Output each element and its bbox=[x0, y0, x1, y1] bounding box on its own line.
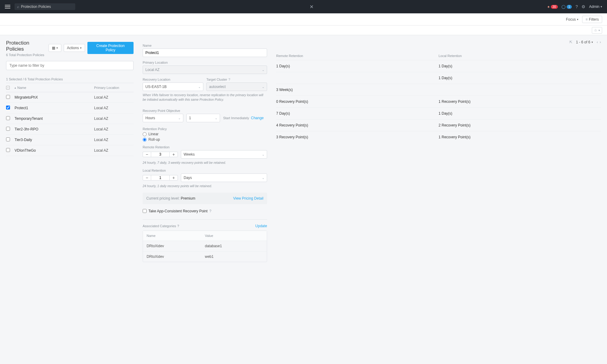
create-policy-button[interactable]: Create Protection Policy bbox=[87, 42, 134, 54]
user-name: Admin bbox=[589, 5, 599, 9]
remote-retention-cell: 4 Recovery Point(s) bbox=[276, 123, 439, 127]
view-pricing-link[interactable]: View Pricing Detail bbox=[233, 196, 263, 201]
rpo-value-select[interactable]: 1⌄ bbox=[186, 114, 220, 122]
increment-button[interactable]: + bbox=[169, 152, 178, 157]
table-row[interactable]: Tier3-DailyLocal AZ bbox=[6, 135, 134, 145]
name-input[interactable] bbox=[143, 49, 267, 57]
help-icon[interactable]: ? bbox=[575, 4, 578, 9]
help-icon[interactable]: ? bbox=[177, 224, 179, 228]
row-checkbox[interactable] bbox=[6, 106, 10, 110]
export-icon[interactable]: ⇱ bbox=[569, 40, 572, 44]
sub-bar: Focus ▾ ≡ Filters bbox=[0, 13, 607, 25]
next-page-button[interactable]: › bbox=[600, 40, 601, 44]
local-retention-cell: 1 Day(s) bbox=[439, 76, 601, 80]
rollup-radio[interactable]: Roll-up bbox=[143, 137, 267, 142]
filter-input[interactable] bbox=[6, 61, 134, 70]
help-icon[interactable]: ? bbox=[209, 209, 212, 213]
menu-icon[interactable] bbox=[5, 4, 10, 9]
task-icon: ◯ bbox=[561, 5, 565, 9]
target-cluster-select[interactable]: autoselect⌄ bbox=[206, 83, 267, 91]
linear-radio[interactable]: Linear bbox=[143, 132, 267, 136]
local-retention-cell: 2 Recovery Point(s) bbox=[439, 123, 601, 127]
table-row[interactable]: Tier2-3hr-RPOLocal AZ bbox=[6, 124, 134, 135]
remote-retention-label: Remote Retention bbox=[143, 145, 267, 149]
breadcrumb-search[interactable] bbox=[21, 5, 70, 9]
row-checkbox[interactable] bbox=[6, 95, 10, 99]
retention-row: 4 Recovery Point(s)2 Recovery Point(s) bbox=[276, 119, 601, 131]
local-retention-value[interactable] bbox=[151, 175, 169, 180]
gear-icon[interactable]: ⚙ bbox=[582, 4, 585, 9]
prev-page-button[interactable]: ‹ bbox=[597, 40, 598, 44]
update-link[interactable]: Update bbox=[255, 224, 267, 228]
view-toggle[interactable]: ▦ ▾ bbox=[49, 44, 61, 52]
recovery-location-select[interactable]: US-EAST-1B⌄ bbox=[143, 83, 203, 91]
search-container[interactable]: ⌕ bbox=[15, 3, 75, 10]
column-remote-retention: Remote Retention bbox=[276, 54, 439, 58]
column-local-retention: Local Retention bbox=[439, 54, 601, 58]
user-menu[interactable]: Admin ▾ bbox=[589, 5, 602, 9]
policy-location: Local AZ bbox=[94, 148, 134, 153]
remote-retention-cell: 7 Day(s) bbox=[276, 111, 439, 116]
primary-location-select[interactable]: Local AZ⌄ bbox=[143, 66, 267, 74]
recovery-location-label: Recovery Location bbox=[143, 78, 203, 81]
local-retention-cell: 1 Recovery Point(s) bbox=[439, 135, 601, 139]
favorite-toggle[interactable]: ☆ ▾ bbox=[592, 27, 602, 34]
remote-retention-unit-select[interactable]: Weeks⌄ bbox=[181, 150, 267, 159]
column-primary-location[interactable]: Primary Location bbox=[94, 86, 134, 89]
assoc-row: DRtoXidevweb1 bbox=[143, 251, 267, 262]
table-row[interactable]: MirgratetoPhXLocal AZ bbox=[6, 92, 134, 103]
remote-retention-stepper[interactable]: − + bbox=[143, 152, 178, 157]
local-retention-unit-select[interactable]: Days⌄ bbox=[181, 174, 267, 182]
table-row[interactable]: Protect1Local AZ bbox=[6, 103, 134, 113]
tasks-count: 1 bbox=[567, 5, 572, 9]
bell-icon: ♠ bbox=[548, 5, 549, 9]
policy-name: Tier2-3hr-RPO bbox=[15, 127, 94, 131]
pricing-label: Current pricing level: bbox=[146, 196, 181, 201]
row-checkbox[interactable] bbox=[6, 116, 10, 120]
rpo-unit-select[interactable]: Hours⌄ bbox=[143, 114, 183, 122]
actions-dropdown[interactable]: Actions ▾ bbox=[64, 44, 85, 52]
increment-button[interactable]: + bbox=[169, 175, 178, 180]
right-panel: ⇱ 1 - 6 of 6 ▾ ‹ › Remote Retention Loca… bbox=[270, 35, 607, 267]
row-checkbox[interactable] bbox=[6, 137, 10, 141]
decrement-button[interactable]: − bbox=[143, 152, 151, 157]
help-icon[interactable]: ? bbox=[228, 78, 230, 81]
column-name[interactable]: Name bbox=[17, 86, 26, 89]
target-cluster-label: Target Cluster? bbox=[206, 78, 267, 81]
assoc-row: DRtoXidevdatabase1 bbox=[143, 241, 267, 251]
policy-location: Local AZ bbox=[94, 106, 134, 110]
remote-retention-value[interactable] bbox=[151, 152, 169, 157]
chevron-down-icon: ▾ bbox=[592, 41, 593, 44]
policy-location: Local AZ bbox=[94, 95, 134, 99]
table-row[interactable]: VDIonTheGoLocal AZ bbox=[6, 145, 134, 156]
policy-name: TemporaryTenant bbox=[15, 116, 94, 121]
assoc-name: DRtoXidev bbox=[147, 254, 205, 259]
row-checkbox[interactable] bbox=[6, 148, 10, 152]
chevron-down-icon: ⌄ bbox=[262, 176, 264, 180]
pagination-range[interactable]: 1 - 6 of 6 ▾ bbox=[576, 40, 593, 44]
change-link[interactable]: Change bbox=[251, 116, 264, 120]
tasks-badge[interactable]: ◯ 1 bbox=[561, 5, 572, 9]
chevron-down-icon: ⌄ bbox=[262, 153, 264, 156]
page-subtitle: 6 Total Protection Policies bbox=[6, 53, 49, 57]
filters-button[interactable]: ≡ Filters bbox=[582, 16, 602, 23]
focus-dropdown[interactable]: Focus ▾ bbox=[566, 17, 579, 22]
failover-note: When VMs failover to recovery location, … bbox=[143, 93, 267, 102]
retention-policy-label: Retention Policy bbox=[143, 127, 267, 131]
page-title: Protection Policies bbox=[6, 40, 49, 52]
chevron-down-icon: ⌄ bbox=[198, 85, 201, 89]
alerts-badge[interactable]: ♠ 20 bbox=[548, 5, 558, 9]
chevron-down-icon: ⌄ bbox=[178, 116, 181, 120]
close-icon[interactable]: ✕ bbox=[307, 4, 317, 10]
app-consistent-checkbox[interactable]: Take App-Consistent Recovery Point ? bbox=[143, 209, 267, 213]
sort-icon[interactable]: ▴ bbox=[15, 86, 16, 89]
local-retention-stepper[interactable]: − + bbox=[143, 175, 178, 180]
table-row[interactable]: TemporaryTenantLocal AZ bbox=[6, 113, 134, 124]
local-retention-label: Local Retention bbox=[143, 169, 267, 172]
assoc-name: DRtoXidev bbox=[147, 244, 205, 248]
select-all-checkbox[interactable]: − bbox=[6, 86, 10, 89]
row-checkbox[interactable] bbox=[6, 127, 10, 131]
rpo-label: Recovery Point Objective bbox=[143, 109, 183, 113]
decrement-button[interactable]: − bbox=[143, 175, 151, 180]
retention-row: 1 Day(s)1 Day(s) bbox=[276, 60, 601, 72]
